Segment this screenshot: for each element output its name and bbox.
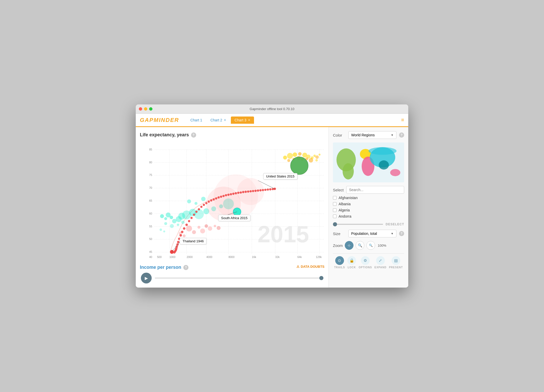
svg-point-129 [287, 159, 290, 162]
chart-container: 2015 .grid-line { stroke: #ddd; stroke-w… [140, 140, 324, 263]
svg-point-87 [237, 192, 240, 194]
svg-point-88 [235, 192, 237, 194]
lock-label: LOCK [348, 266, 356, 269]
svg-point-123 [287, 153, 293, 159]
color-dropdown[interactable]: World Regions ▼ [348, 131, 396, 139]
world-map [333, 142, 404, 182]
zoom-label: Zoom [333, 243, 343, 248]
y-axis-help-icon[interactable]: ? [191, 132, 196, 138]
deselect-slider[interactable] [333, 224, 383, 225]
albania-checkbox[interactable] [333, 202, 337, 206]
tab-chart3[interactable]: Chart 3 ✕ [231, 117, 254, 124]
svg-point-95 [217, 196, 220, 199]
svg-point-50 [170, 224, 174, 228]
svg-point-89 [232, 193, 234, 195]
playback-bar: ▶ [140, 273, 324, 283]
svg-point-80 [255, 190, 257, 192]
zoom-cursor-button[interactable]: ⊹ [345, 241, 353, 250]
svg-point-94 [220, 196, 222, 198]
size-dropdown[interactable]: Population, total ▼ [348, 230, 396, 237]
minimize-button[interactable] [144, 107, 147, 111]
expand-icon: ⤢ [376, 256, 385, 265]
algeria-label: Algeria [339, 208, 350, 212]
svg-text:4000: 4000 [206, 255, 212, 259]
tab-chart2-label: Chart 2 [210, 118, 222, 122]
maximize-button[interactable] [149, 107, 152, 111]
color-help-icon[interactable]: ? [399, 132, 404, 138]
trails-button[interactable]: ⊙ TRAILS [334, 256, 345, 269]
svg-point-111 [179, 234, 182, 237]
lock-button[interactable]: 🔒 LOCK [347, 256, 356, 269]
x-axis-help-icon[interactable]: ? [183, 265, 188, 270]
zoom-row: Zoom ⊹ 🔍 🔍 100% [333, 241, 404, 250]
svg-text:40: 40 [149, 255, 152, 259]
list-item: Albania [333, 201, 404, 207]
svg-point-51 [177, 224, 179, 226]
svg-point-68 [183, 234, 186, 237]
present-button[interactable]: ▤ PRESENT [389, 256, 403, 269]
svg-point-45 [194, 209, 204, 219]
list-item: Afghanistan [333, 195, 404, 200]
andorra-label: Andorra [339, 214, 351, 218]
tab-chart3-close[interactable]: ✕ [248, 118, 250, 122]
trails-icon: ⊙ [335, 256, 344, 265]
scatter-plot[interactable]: .grid-line { stroke: #ddd; stroke-width:… [140, 140, 324, 263]
deselect-label[interactable]: DESELECT [386, 222, 404, 226]
svg-point-79 [257, 190, 259, 192]
present-icon: ▤ [392, 256, 400, 265]
svg-text:60: 60 [149, 212, 152, 215]
svg-point-98 [210, 199, 212, 202]
chart-area: Life expectancy, years ? 2015 .grid-line… [136, 127, 329, 288]
expand-button[interactable]: ⤢ EXPAND [374, 256, 386, 269]
svg-point-81 [252, 190, 254, 192]
zoom-in-button[interactable]: 🔍 [356, 241, 364, 250]
svg-point-55 [195, 202, 197, 205]
deselect-thumb[interactable] [333, 222, 337, 226]
svg-point-74 [269, 188, 271, 191]
svg-point-91 [227, 194, 230, 196]
play-button[interactable]: ▶ [141, 273, 152, 283]
svg-point-59 [186, 226, 192, 231]
navbar: GAPMINDER Chart 1 Chart 2 ✕ Chart 3 ✕ ≡ [136, 114, 408, 127]
titlebar: Gapminder offline tool 0.70.10 [136, 104, 408, 114]
search-input[interactable] [346, 186, 404, 194]
tab-chart1[interactable]: Chart 1 [187, 117, 206, 124]
size-label: Size [333, 231, 346, 236]
size-help-icon[interactable]: ? [399, 231, 404, 236]
svg-point-36 [160, 214, 164, 218]
algeria-checkbox[interactable] [333, 208, 337, 212]
tab-chart2[interactable]: Chart 2 ✕ [207, 117, 230, 124]
hamburger-menu[interactable]: ≡ [401, 117, 404, 123]
traffic-lights [139, 107, 152, 111]
svg-point-100 [205, 202, 207, 204]
svg-point-37 [164, 217, 167, 220]
options-button[interactable]: ⚙ OPTIONS [359, 256, 372, 269]
data-doubts[interactable]: ⚠ DATA DOUBTS [296, 265, 324, 269]
timeline-thumb[interactable] [319, 276, 323, 280]
x-axis-row: Income per person ? ⚠ DATA DOUBTS [140, 263, 324, 270]
svg-point-66 [217, 226, 221, 230]
svg-text:64k: 64k [297, 255, 302, 259]
svg-point-151 [369, 147, 397, 155]
zoom-out-button[interactable]: 🔍 [366, 241, 375, 250]
svg-point-86 [240, 191, 242, 194]
svg-text:1000: 1000 [169, 255, 176, 259]
svg-point-76 [264, 189, 267, 191]
svg-point-136 [319, 154, 321, 156]
svg-point-101 [203, 204, 205, 206]
svg-point-65 [214, 225, 216, 227]
tab-chart2-close[interactable]: ✕ [224, 118, 226, 122]
andorra-checkbox[interactable] [333, 215, 337, 218]
color-dropdown-arrow: ▼ [391, 133, 394, 137]
country-list: Afghanistan Albania Algeria Andorra [333, 195, 404, 219]
svg-point-39 [170, 216, 173, 219]
afghanistan-checkbox[interactable] [333, 196, 337, 200]
expand-label: EXPAND [374, 266, 386, 269]
svg-point-54 [187, 199, 191, 203]
close-button[interactable] [139, 107, 142, 111]
svg-point-77 [262, 189, 264, 191]
svg-text:65: 65 [149, 199, 152, 202]
svg-point-112 [178, 238, 180, 240]
timeline-slider[interactable] [155, 278, 323, 279]
svg-point-107 [188, 220, 190, 222]
